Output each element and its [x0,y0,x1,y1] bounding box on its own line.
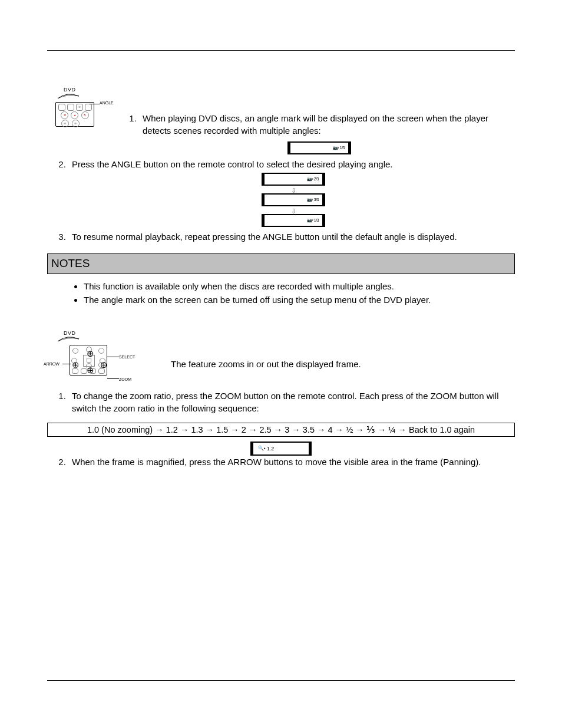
angle-step-1: When playing DVD discs, an angle mark wi… [139,112,515,137]
angle-step-3: To resume normal playback, repeat pressi… [68,230,515,243]
osd-angle-indicator: 📷‹ 1/3 [262,214,325,227]
remote-dpad-box: ⊕ ⊕ ⊕ ⊕ [70,345,107,375]
select-callout-line [107,357,119,357]
down-arrow-icon: ⇩ [72,209,515,213]
dpad-corner-btn [98,348,104,354]
select-callout-label: SELECT [119,354,135,360]
remote-bottom-btn [81,368,87,374]
remote-circ-icon: ⟲ [61,111,68,119]
angle-step-1-text: When playing DVD discs, an angle mark wi… [143,113,488,136]
remote-zoom-cluster: ARROW SELECT ZOOM ⊕ ⊕ ⊕ ⊕ [70,345,140,375]
camera-angle-icon: 📷‹ 1/3 [307,218,319,223]
camera-angle-icon: 📷‹ 2/3 [307,176,319,182]
zoom-step-2: When the frame is magnified, press the A… [68,456,515,468]
notes-bullet-1: This function is available only when the… [84,280,515,292]
dpad-corner-btn [72,348,78,354]
magnifier-icon: 🔍▪ [258,445,266,452]
osd-zoom-indicator: 🔍▪ 1.2 [250,442,312,456]
remote-circ-icon: ↻ [81,111,89,119]
remote-circ-icon: ⊕ [72,120,80,127]
zoom-callout-label: ZOOM [119,377,131,383]
angle-section-row: DVD ANGLE ⊕ ⟲ ● ↻ [47,86,515,158]
remote-btn: ⊕ [76,104,83,111]
angle-steps-cont: Press the ANGLE button on the remote con… [47,158,515,243]
remote-btn [67,104,74,111]
dpad-select-btn [87,358,91,363]
zoom-value: 1.2 [267,445,275,453]
zoom-intro-block: The feature zooms in or out the displaye… [171,330,515,379]
zoom-callout-line [107,378,119,379]
remote-bottom-btn [90,368,96,374]
zoom-section-row: DVD ARROW SELECT ZOOM ⊕ ⊕ ⊕ [47,330,515,379]
remote-angle-box: ANGLE ⊕ ⟲ ● ↻ ⊕ ⊕ [55,102,94,127]
down-arrow-icon: ⇩ [72,188,515,193]
notes-heading: NOTES [51,257,90,269]
dvd-label: DVD [64,86,124,94]
dvd-swoosh-icon [57,94,80,100]
camera-angle-icon: 📷‹ 3/3 [307,197,319,203]
remote-circ-icon: ● [71,111,78,119]
dvd-label: DVD [64,330,171,337]
zoom-step-1-text: To change the zoom ratio, press the ZOOM… [72,391,499,413]
camera-angle-icon: 📷‹ 1/3 [333,145,345,151]
dvd-swoosh-icon [57,337,80,342]
arrow-callout-label: ARROW [44,361,59,367]
angle-step-1-block: When playing DVD discs, an angle mark wi… [124,86,515,158]
top-rule [47,50,515,51]
remote-btn [58,104,65,111]
remote-btn [85,104,92,111]
osd-angle-indicator: 📷‹ 3/3 [262,193,325,206]
angle-callout-label: ANGLE [100,100,114,106]
page-container: DVD ANGLE ⊕ ⟲ ● ↻ [0,0,562,728]
remote-circ-icon [82,120,89,126]
osd-stack: 📷‹ 2/3 ⇩ 📷‹ 3/3 ⇩ 📷‹ 1/3 [72,173,515,227]
zoom-sequence-text: 1.0 (No zooming) → 1.2 → 1.3 → 1.5 → 2 →… [87,425,475,434]
zoom-intro-text: The feature zooms in or out the displaye… [171,358,515,370]
zoom-sequence-box: 1.0 (No zooming) → 1.2 → 1.3 → 1.5 → 2 →… [47,423,515,437]
remote-illustration-zoom: DVD ARROW SELECT ZOOM ⊕ ⊕ ⊕ [47,330,171,376]
dpad-up-btn: ⊕ [86,347,92,353]
remote-illustration-angle: DVD ANGLE ⊕ ⟲ ● ↻ [47,86,124,127]
bottom-rule [47,680,515,681]
osd-angle-indicator: 📷‹ 2/3 [262,173,325,186]
angle-callout-line [89,104,100,104]
zoom-step-1: To change the zoom ratio, press the ZOOM… [68,390,515,414]
angle-step-2-text: Press the ANGLE button on the remote con… [72,159,393,169]
notes-bullet-2: The angle mark on the screen can be turn… [84,294,515,306]
remote-circ-icon: ⊕ [61,120,69,127]
angle-step-3-text: To resume normal playback, repeat pressi… [72,232,457,242]
zoom-steps-cont: When the frame is magnified, press the A… [47,456,515,468]
notes-list: This function is available only when the… [47,280,515,306]
osd-angle-indicator: 📷‹ 1/3 [287,141,351,154]
zoom-steps: To change the zoom ratio, press the ZOOM… [47,390,515,414]
angle-step-2: Press the ANGLE button on the remote con… [68,158,515,227]
zoom-step-2-text: When the frame is magnified, press the A… [72,457,481,467]
notes-heading-bar: NOTES [47,253,515,274]
remote-bottom-btn [72,368,78,374]
remote-bottom-btn [98,368,105,374]
